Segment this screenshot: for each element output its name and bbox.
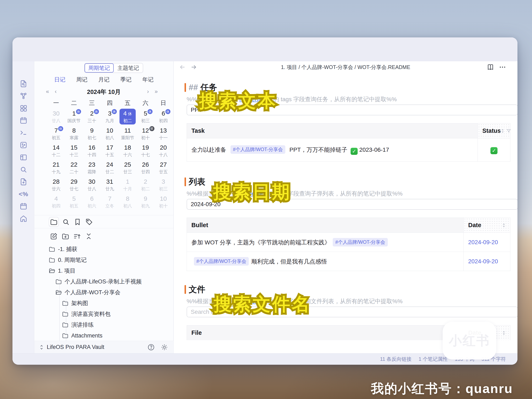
calendar-day-22[interactable]: 22二十 (65, 160, 83, 177)
calendar-day-30[interactable]: 30廿八 (83, 177, 101, 193)
calendar-day-1[interactable]: 1休国庆节 (65, 109, 83, 125)
calendar-day-7[interactable]: 7休初五 (47, 126, 65, 142)
calendar-day-7[interactable]: 7立冬 (101, 194, 119, 210)
calendar-day-30[interactable]: 30廿八 (47, 109, 65, 125)
template-icon[interactable]: <% (19, 190, 28, 198)
calendar-day-31[interactable]: 31廿九 (101, 177, 119, 193)
table-row[interactable]: #个人品牌/WOT-分享会顺利完成，但是我有几点感悟2024-09-20 (187, 252, 510, 271)
column-header-date[interactable]: Date (464, 218, 510, 233)
dashboard-icon[interactable] (19, 104, 28, 113)
folder-icon[interactable] (49, 217, 59, 227)
search-icon[interactable] (19, 165, 28, 174)
tag-icon[interactable] (84, 217, 94, 227)
reading-view-book-icon[interactable] (486, 63, 494, 71)
tree-item-4[interactable]: 个人品牌-WOT-分享会 (55, 287, 120, 298)
calendar-day-9[interactable]: 9初九 (137, 194, 154, 210)
calendar-day-13[interactable]: 13十一 (154, 126, 172, 142)
calendar-day-5[interactable]: 5初五 (65, 194, 83, 210)
vault-help-icon[interactable] (147, 343, 155, 351)
collapse-icon[interactable] (84, 232, 93, 241)
home-icon[interactable] (19, 214, 28, 223)
calendar-day-16[interactable]: 16十四 (83, 143, 101, 159)
tag-chip[interactable]: #个人品牌/WOT-分享会 (230, 145, 285, 154)
calendar-day-20[interactable]: 20十八 (154, 143, 172, 159)
calendar-day-18[interactable]: 18十六 (119, 143, 137, 159)
tree-item-6[interactable]: 演讲嘉宾资料包 (62, 309, 111, 319)
calendar-day-11[interactable]: 11重阳节 (119, 126, 137, 142)
tree-item-5[interactable]: 架构图 (62, 298, 88, 309)
search-icon[interactable] (61, 217, 71, 227)
calendar-day-4[interactable]: 4休初二 (119, 109, 137, 125)
period-tab-3[interactable]: 季记 (120, 76, 132, 83)
settings-gear-icon[interactable] (161, 343, 168, 351)
calendar-day-17[interactable]: 17十五 (101, 143, 119, 159)
calendar-day-3[interactable]: 3休九月 (101, 109, 119, 125)
tag-chip[interactable]: #个人品牌/WOT-分享会 (194, 257, 249, 266)
calendar-day-15[interactable]: 15十三 (65, 143, 83, 159)
calendar-day-12[interactable]: 12班初十 (137, 126, 154, 142)
calendar-day-2[interactable]: 2休三十 (83, 109, 101, 125)
tree-item-8[interactable]: Attachments (62, 330, 102, 341)
calendar-day-5[interactable]: 5休初三 (137, 109, 154, 125)
calendar-day-1[interactable]: 1十月 (119, 177, 137, 193)
table-row[interactable]: 参加 WOT 分享，主题为《字节跳动的前端工程实践》#个人品牌/WOT-分享会2… (187, 233, 510, 252)
column-header-task[interactable]: Task (187, 123, 478, 138)
sort-arrows-icon[interactable] (502, 330, 506, 336)
mode-tab-0[interactable]: 周期笔记 (85, 63, 114, 73)
calendar-day-24[interactable]: 24廿二 (101, 160, 119, 177)
sort-asc-icon[interactable] (73, 232, 82, 241)
sort-arrows-icon[interactable] (501, 128, 504, 134)
tree-item-2[interactable]: 1. 项目 (48, 265, 76, 276)
calendar-icon[interactable] (19, 116, 28, 125)
sort-arrows-icon[interactable] (502, 222, 506, 228)
date-link[interactable]: 2024-09-20 (468, 258, 498, 265)
calendar-next-icons[interactable]: › » (147, 88, 160, 95)
dice-icon[interactable] (19, 141, 28, 149)
period-tab-2[interactable]: 月记 (98, 76, 109, 83)
calendar-day-28[interactable]: 28廿六 (47, 177, 65, 193)
calendar-day-27[interactable]: 27廿五 (154, 160, 172, 177)
vault-name[interactable]: LifeOS Pro PARA Vault (47, 344, 147, 350)
period-tab-4[interactable]: 年记 (142, 76, 154, 83)
column-header-file[interactable]: File (187, 325, 464, 340)
calendar-day-29[interactable]: 29廿七 (65, 177, 83, 193)
calendar-day-6[interactable]: 6初六 (83, 194, 101, 210)
calendar-day-26[interactable]: 26廿四 (137, 160, 154, 177)
calendar-day-23[interactable]: 23霜降 (83, 160, 101, 177)
calendar-day-10[interactable]: 10初十 (154, 194, 172, 210)
calendar-day-6[interactable]: 6休初四 (154, 109, 172, 125)
graph-icon[interactable] (19, 92, 28, 100)
calendar-day-8[interactable]: 8初八 (119, 194, 137, 210)
calendar-day-3[interactable]: 3初三 (154, 177, 172, 193)
calendar-day-14[interactable]: 14十二 (47, 143, 65, 159)
calendar-day-25[interactable]: 25廿三 (119, 160, 137, 177)
folder-plus-icon[interactable] (61, 232, 70, 241)
column-header-bullet[interactable]: Bullet (187, 218, 464, 233)
table-row[interactable]: 全力以赴准备 #个人品牌/WOT-分享会 PPT，万万不能掉链子 ✓2023-0… (187, 138, 510, 162)
edit-icon[interactable] (49, 232, 58, 241)
calendar-day-2[interactable]: 2初二 (137, 177, 154, 193)
tree-item-3[interactable]: 个人品牌-LifeOS-录制上手视频 (55, 276, 142, 287)
tree-item-1[interactable]: 0. 周期笔记 (48, 254, 87, 265)
file-plus-icon[interactable] (19, 177, 28, 186)
mode-tab-1[interactable]: 主题笔记 (114, 63, 143, 73)
file-search-icon[interactable] (19, 79, 28, 88)
tree-item-7[interactable]: 演讲排练 (62, 319, 94, 330)
calendar-day-10[interactable]: 10初八 (101, 126, 119, 142)
breadcrumb[interactable]: 1. 项目 / 个人品牌-WOT-分享会 / WOT-分享会.README (174, 64, 518, 71)
tag-chip[interactable]: #个人品牌/WOT-分享会 (333, 238, 387, 247)
period-tab-0[interactable]: 日记 (54, 76, 65, 83)
terminal-icon[interactable] (19, 128, 28, 137)
calendar-icon[interactable] (19, 202, 28, 211)
calendar-day-21[interactable]: 21十九 (47, 160, 65, 177)
calendar-day-4[interactable]: 4初四 (47, 194, 65, 210)
bookmark-icon[interactable] (73, 217, 82, 227)
period-tab-1[interactable]: 周记 (76, 76, 88, 83)
calendar-day-9[interactable]: 9初七 (83, 126, 101, 142)
calendar-day-19[interactable]: 19十七 (137, 143, 154, 159)
calendar-day-8[interactable]: 8寒露 (65, 126, 83, 142)
filter-icon[interactable] (506, 128, 511, 134)
layout-icon[interactable] (19, 153, 28, 162)
more-options-icon[interactable] (498, 63, 507, 71)
column-header-status[interactable]: Status (478, 123, 510, 138)
